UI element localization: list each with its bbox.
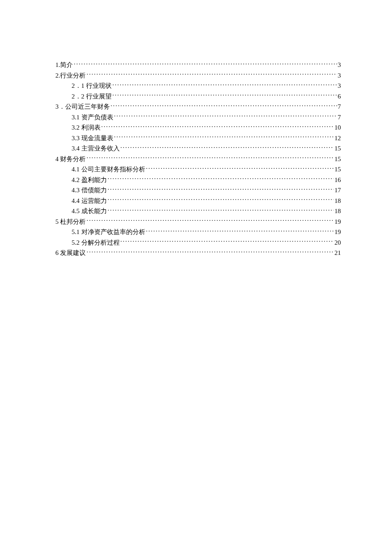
toc-label: 3．公司近三年财务 [55, 101, 110, 112]
toc-leader-dots [108, 186, 334, 192]
toc-page-number: 16 [334, 175, 341, 185]
toc-page-number: 7 [338, 101, 341, 112]
toc-leader-dots [108, 176, 334, 182]
toc-leader-dots [86, 249, 334, 255]
toc-leader-dots [86, 155, 334, 161]
toc-page-number: 3 [338, 60, 341, 70]
toc-entry[interactable]: 4.4 运营能力18 [55, 196, 341, 206]
toc-label: 5.2 分解分析过程 [72, 237, 120, 248]
toc-entry[interactable]: 3．公司近三年财务7 [55, 101, 341, 112]
toc-page-number: 19 [334, 227, 341, 237]
toc-entry[interactable]: 5.2 分解分析过程20 [55, 237, 341, 248]
toc-page-number: 6 [338, 91, 341, 102]
toc-page-number: 3 [338, 70, 341, 81]
toc-page-number: 18 [334, 206, 341, 217]
toc-page-number: 18 [334, 196, 341, 206]
toc-leader-dots [108, 197, 334, 203]
toc-entry[interactable]: 3.1 资产负债表7 [55, 112, 341, 123]
toc-label: 4 财务分析 [55, 154, 86, 165]
toc-leader-dots [86, 71, 337, 78]
toc-entry[interactable]: 4.5 成长能力18 [55, 206, 341, 217]
toc-label: 4.2 盈利能力 [72, 175, 107, 185]
toc-label: 1.简介 [55, 60, 73, 70]
page-container: 1.简介32.行业分析32．1 行业现状32．2 行业展望63．公司近三年财务7… [0, 0, 392, 258]
table-of-contents: 1.简介32.行业分析32．1 行业现状32．2 行业展望63．公司近三年财务7… [55, 60, 341, 258]
toc-leader-dots [146, 165, 334, 171]
toc-page-number: 15 [334, 143, 341, 154]
toc-leader-dots [114, 113, 337, 119]
toc-entry[interactable]: 4.2 盈利能力16 [55, 175, 341, 185]
toc-page-number: 10 [334, 122, 341, 133]
toc-leader-dots [112, 92, 337, 98]
toc-label: 4.3 偿债能力 [72, 185, 107, 196]
toc-page-number: 19 [334, 217, 341, 227]
toc-entry[interactable]: 2．2 行业展望6 [55, 91, 341, 102]
toc-label: 3.3 现金流量表 [72, 133, 113, 144]
toc-page-number: 17 [334, 185, 341, 196]
toc-label: 2.行业分析 [55, 70, 86, 81]
toc-label: 3.2 利润表 [72, 122, 101, 133]
toc-page-number: 15 [334, 154, 341, 165]
toc-label: 4.4 运营能力 [72, 196, 107, 206]
toc-entry[interactable]: 1.简介3 [55, 60, 341, 70]
toc-label: 5.1 对净资产收益率的分析 [72, 227, 145, 237]
toc-entry[interactable]: 2．1 行业现状3 [55, 81, 341, 91]
toc-label: 4.5 成长能力 [72, 206, 107, 217]
toc-leader-dots [74, 61, 337, 67]
toc-leader-dots [111, 102, 337, 109]
toc-leader-dots [101, 123, 334, 130]
toc-entry[interactable]: 4.3 偿债能力17 [55, 185, 341, 196]
toc-leader-dots [146, 228, 334, 234]
toc-entry[interactable]: 6 发展建议21 [55, 248, 341, 258]
toc-label: 3.1 资产负债表 [72, 112, 113, 123]
toc-page-number: 12 [334, 133, 341, 144]
toc-label: 2．2 行业展望 [72, 91, 112, 102]
toc-page-number: 7 [338, 112, 341, 123]
toc-leader-dots [121, 238, 334, 245]
toc-page-number: 15 [334, 164, 341, 175]
toc-leader-dots [108, 207, 334, 213]
toc-label: 6 发展建议 [55, 248, 86, 258]
toc-entry[interactable]: 4 财务分析15 [55, 154, 341, 165]
toc-leader-dots [121, 144, 334, 150]
toc-entry[interactable]: 5 杜邦分析19 [55, 217, 341, 227]
toc-entry[interactable]: 3.2 利润表10 [55, 122, 341, 133]
toc-entry[interactable]: 4.1 公司主要财务指标分析15 [55, 164, 341, 175]
toc-label: 2．1 行业现状 [72, 81, 112, 91]
toc-leader-dots [86, 217, 334, 224]
toc-entry[interactable]: 2.行业分析3 [55, 70, 341, 81]
toc-leader-dots [112, 81, 337, 88]
toc-page-number: 21 [334, 248, 341, 258]
toc-page-number: 3 [338, 81, 341, 91]
toc-page-number: 20 [334, 237, 341, 248]
toc-entry[interactable]: 5.1 对净资产收益率的分析19 [55, 227, 341, 237]
toc-entry[interactable]: 3.3 现金流量表12 [55, 133, 341, 144]
toc-entry[interactable]: 3.4 主营业务收入15 [55, 143, 341, 154]
toc-label: 5 杜邦分析 [55, 217, 86, 227]
toc-label: 3.4 主营业务收入 [72, 143, 120, 154]
toc-leader-dots [114, 134, 334, 140]
toc-label: 4.1 公司主要财务指标分析 [72, 164, 145, 175]
